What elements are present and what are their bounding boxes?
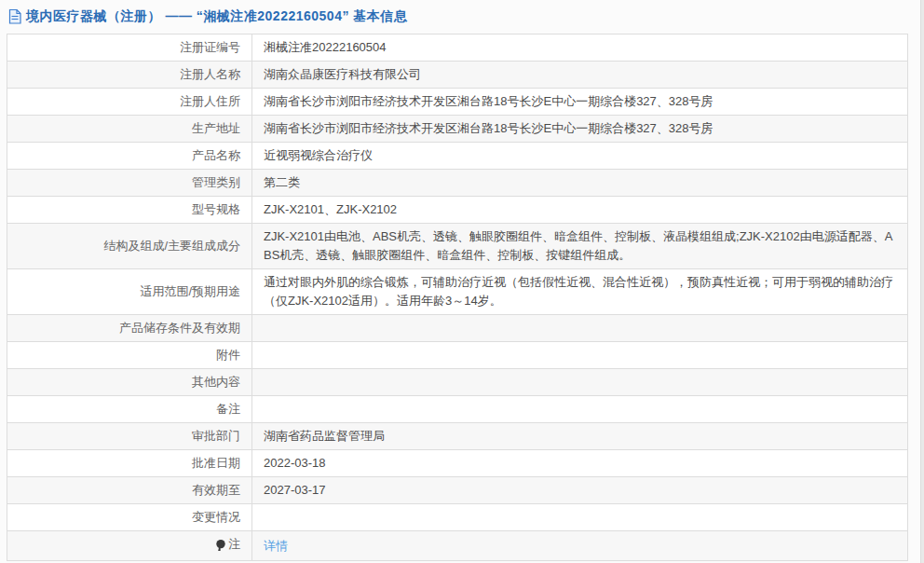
table-row: 注册证编号 湘械注准20222160504 [7,34,908,62]
row-label: 管理类别 [7,170,252,197]
row-value [252,504,908,531]
row-value: 第二类 [252,170,908,197]
table-row-note: 注 详情 [7,531,908,561]
row-label: 生产地址 [7,116,252,143]
row-value: 通过对眼内外肌的综合锻炼，可辅助治疗近视（包括假性近视、混合性近视），预防真性近… [252,269,908,315]
row-label: 注册人名称 [7,62,252,89]
row-value: 湖南省长沙市浏阳市经济技术开发区湘台路18号长沙E中心一期综合楼327、328号… [252,89,908,116]
row-value: 湖南省药品监督管理局 [252,423,908,450]
table-row: 批准日期 2022-03-18 [7,450,908,477]
table-row: 有效期至 2027-03-17 [7,477,908,504]
row-value-note: 详情 [252,531,908,561]
note-label-text: 注 [228,535,240,554]
document-icon [8,9,21,24]
row-value [252,315,908,342]
row-label: 其他内容 [7,369,252,396]
row-label: 附件 [7,342,252,369]
table-row: 注册人名称 湖南众晶康医疗科技有限公司 [7,62,908,89]
table-row: 适用范围/预期用途 通过对眼内外肌的综合锻炼，可辅助治疗近视（包括假性近视、混合… [7,269,908,315]
table-row: 注册人住所 湖南省长沙市浏阳市经济技术开发区湘台路18号长沙E中心一期综合楼32… [7,89,908,116]
table-row: 备注 [7,396,908,423]
row-label: 型号规格 [7,197,252,224]
table-row: 变更情况 [7,504,908,531]
content-area: 境内医疗器械（注册） —— “湘械注准20222160504” 基本信息 注册证… [0,0,921,563]
row-label: 适用范围/预期用途 [7,269,252,315]
row-label: 注册证编号 [7,34,252,62]
row-value [252,396,908,423]
row-value: 湘械注准20222160504 [252,34,908,62]
table-row: 结构及组成/主要组成成分 ZJK-X2101由电池、ABS机壳、透镜、触眼胶圈组… [7,224,908,269]
lightbulb-icon [215,539,226,552]
row-value [252,369,908,396]
registration-info-table: 注册证编号 湘械注准20222160504 注册人名称 湖南众晶康医疗科技有限公… [7,34,908,561]
row-label: 备注 [7,396,252,423]
page-title: 境内医疗器械（注册） —— “湘械注准20222160504” 基本信息 [26,8,407,25]
row-label: 注册人住所 [7,89,252,116]
table-row: 附件 [7,342,908,369]
row-label: 产品名称 [7,143,252,170]
row-label: 有效期至 [7,477,252,504]
row-label-note: 注 [7,531,252,561]
table-row: 管理类别 第二类 [7,170,908,197]
detail-link[interactable]: 详情 [264,539,288,553]
table-row: 生产地址 湖南省长沙市浏阳市经济技术开发区湘台路18号长沙E中心一期综合楼327… [7,116,908,143]
row-label: 变更情况 [7,504,252,531]
row-value: 湖南省长沙市浏阳市经济技术开发区湘台路18号长沙E中心一期综合楼327、328号… [252,116,908,143]
row-value: 2022-03-18 [252,450,908,477]
table-row: 产品储存条件及有效期 [7,315,908,342]
row-value: ZJK-X2101由电池、ABS机壳、透镜、触眼胶圈组件、暗盒组件、控制板、液晶… [252,224,908,269]
row-label: 批准日期 [7,450,252,477]
row-label: 审批部门 [7,423,252,450]
row-label: 产品储存条件及有效期 [7,315,252,342]
table-row: 产品名称 近视弱视综合治疗仪 [7,143,908,170]
table-row: 其他内容 [7,369,908,396]
table-row: 审批部门 湖南省药品监督管理局 [7,423,908,450]
row-value: ZJK-X2101、ZJK-X2102 [252,197,908,224]
row-label: 结构及组成/主要组成成分 [7,224,252,269]
row-value: 湖南众晶康医疗科技有限公司 [252,62,908,89]
table-row: 型号规格 ZJK-X2101、ZJK-X2102 [7,197,908,224]
row-value: 近视弱视综合治疗仪 [252,143,908,170]
row-value: 2027-03-17 [252,477,908,504]
page-header: 境内医疗器械（注册） —— “湘械注准20222160504” 基本信息 [0,0,920,34]
row-value [252,342,908,369]
